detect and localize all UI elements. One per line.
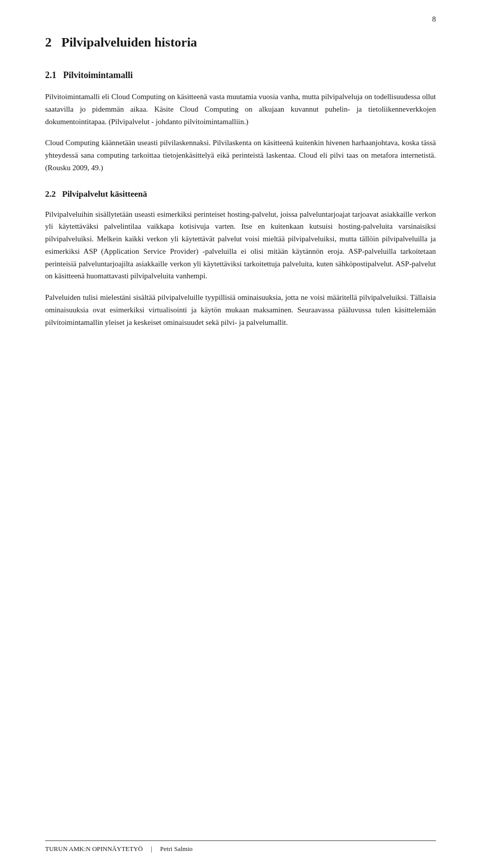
section-2-1-paragraph-2: Cloud Computing käännetään useasti pilvi… [45, 137, 436, 174]
section-2-1-title: 2.1 Pilvitoimintamalli [45, 70, 436, 81]
page-number: 8 [432, 15, 436, 24]
section-2-1-title-text: Pilvitoimintamalli [63, 70, 133, 80]
section-2-1-number: 2.1 [45, 70, 57, 80]
chapter-title-text: Pilvipalveluiden historia [62, 35, 197, 50]
footer-separator: | [151, 845, 152, 853]
chapter-title: 2 Pilvipalveluiden historia [45, 35, 436, 50]
section-2-2-paragraph-1: Pilvipalveluihin sisällytetään useasti e… [45, 208, 436, 283]
section-2-2-title-text: Pilvipalvelut käsitteenä [62, 189, 147, 199]
footer-institution: TURUN AMK:N OPINNÄYTETYÖ [45, 845, 143, 853]
section-2-2-number: 2.2 [45, 189, 56, 199]
section-2-2-paragraph-2: Palveluiden tulisi mielestäni sisältää p… [45, 291, 436, 328]
footer-author: Petri Salmio [160, 845, 193, 853]
section-2-1-paragraph-1: Pilvitoimintamalli eli Cloud Computing o… [45, 91, 436, 128]
page-container: 8 2 Pilvipalveluiden historia 2.1 Pilvit… [0, 0, 481, 868]
page-footer: TURUN AMK:N OPINNÄYTETYÖ | Petri Salmio [45, 840, 436, 853]
section-2-2-title: 2.2 Pilvipalvelut käsitteenä [45, 189, 436, 199]
chapter-number: 2 [45, 35, 52, 50]
